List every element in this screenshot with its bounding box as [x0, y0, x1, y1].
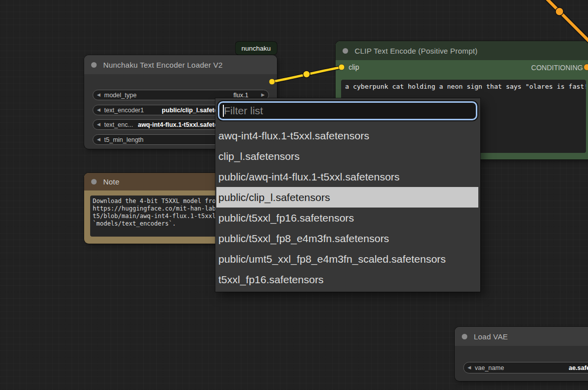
left-arrow-icon[interactable]: ◀ [93, 122, 104, 127]
collapse-dot-icon[interactable] [343, 48, 348, 54]
dropdown-item[interactable]: t5xxl_fp16.safetensors [215, 269, 480, 290]
combo-dropdown: awq-int4-flux.1-t5xxl.safetensors clip_l… [215, 98, 480, 292]
node-title: Nunchaku Text Encoder Loader V2 [103, 61, 223, 69]
widget-label: vae_name [475, 364, 504, 371]
dropdown-item-selected[interactable]: public/clip_l.safetensors [216, 187, 478, 208]
node-title: CLIP Text Encode (Positive Prompt) [355, 47, 478, 55]
clip-input-label: clip [349, 63, 359, 71]
node-note[interactable]: Note Download the 4-bit T5XXL model from… [84, 173, 229, 244]
widget-vae-name[interactable]: ◀ vae_name ae.safetensors [463, 362, 588, 373]
node-header[interactable]: Load VAE [455, 327, 588, 346]
left-arrow-icon[interactable]: ◀ [93, 137, 104, 142]
widget-label: model_type [104, 92, 137, 99]
filter-input[interactable] [219, 103, 476, 119]
left-arrow-icon[interactable]: ◀ [464, 365, 475, 370]
widget-label: text_enc... [104, 121, 133, 128]
right-arrow-icon[interactable]: ▶ [257, 93, 268, 97]
dropdown-item[interactable]: public/t5xxl_fp8_e4m3fn.safetensors [215, 228, 480, 249]
dropdown-item[interactable]: public/t5xxl_fp16.safetensors [215, 208, 480, 228]
nunchaku-badge: nunchaku [235, 42, 277, 55]
text-caret [223, 105, 224, 117]
node-header[interactable]: Note [84, 173, 229, 190]
conditioning-output-label: CONDITIONING [531, 64, 583, 72]
node-load-vae[interactable]: Load VAE ◀ vae_name ae.safetensors [455, 327, 588, 381]
dropdown-item[interactable]: clip_l.safetensors [215, 146, 480, 166]
dropdown-item[interactable]: awq-int4-flux.1-t5xxl.safetensors [215, 125, 480, 146]
collapse-dot-icon[interactable] [91, 179, 97, 184]
widget-label: t5_min_length [104, 136, 144, 143]
collapse-dot-icon[interactable] [91, 62, 97, 68]
dropdown-item-list: awq-int4-flux.1-t5xxl.safetensors clip_l… [215, 125, 480, 290]
node-header[interactable]: CLIP Text Encode (Positive Prompt) [336, 41, 588, 60]
dropdown-item[interactable]: public/awq-int4-flux.1-t5xxl.safetensors [215, 166, 480, 187]
node-title: Note [103, 177, 120, 186]
node-header[interactable]: Nunchaku Text Encoder Loader V2 [84, 55, 277, 74]
node-title: Load VAE [474, 332, 508, 341]
badge-label: nunchaku [241, 45, 271, 52]
widget-value: ae.safetensors [568, 364, 588, 371]
widget-value: flux.1 [233, 92, 248, 99]
collapse-dot-icon[interactable] [462, 334, 467, 339]
dropdown-item[interactable]: public/umt5_xxl_fp8_e4m3fn_scaled.safete… [215, 249, 480, 269]
left-arrow-icon[interactable]: ◀ [93, 93, 104, 97]
filter-box [218, 101, 477, 120]
left-arrow-icon[interactable]: ◀ [93, 108, 104, 112]
note-textarea[interactable]: Download the 4-bit T5XXL model from http… [90, 196, 223, 237]
widget-label: text_encoder1 [104, 107, 144, 114]
